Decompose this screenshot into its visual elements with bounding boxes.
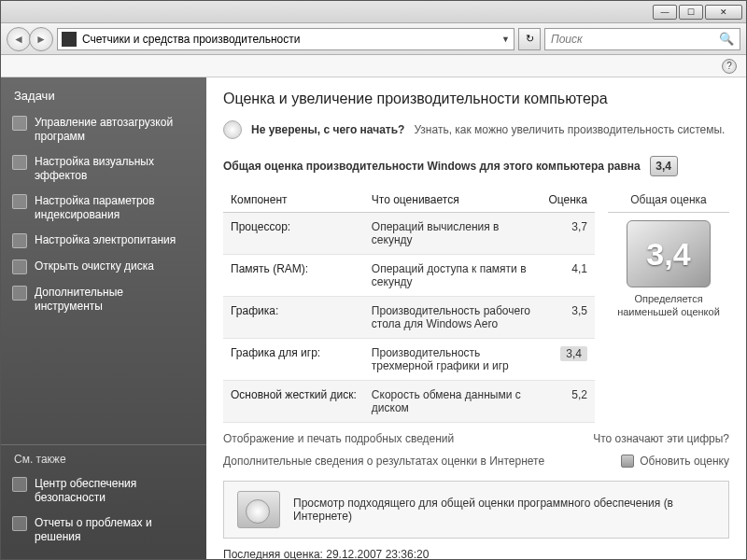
software-icon — [237, 491, 280, 528]
cell-desc: Производительность трехмерной графики и … — [364, 339, 542, 381]
gear-icon — [12, 116, 27, 131]
cell-desc: Скорость обмена данными с диском — [364, 381, 542, 423]
sidebar-item-label: Центр обеспечения безопасности — [35, 477, 193, 505]
base-score-column: Общая оценка 3,4 Определяется наименьшей… — [608, 188, 729, 423]
display-icon — [12, 155, 27, 170]
search-placeholder: Поиск — [551, 33, 583, 46]
links-row-2: Дополнительные сведения о результатах оц… — [223, 455, 729, 468]
sidebar-item-tools[interactable]: Дополнительные инструменты — [1, 280, 206, 319]
navbar: ◄ ► Счетчики и средства производительнос… — [1, 23, 746, 55]
table-row: Процессор:Операций вычисления в секунду3… — [223, 213, 595, 255]
sidebar-item-label: Управление автозагрузкой программ — [35, 116, 193, 144]
cell-desc: Операций вычисления в секунду — [364, 213, 542, 255]
sidebar-item-reports[interactable]: Отчеты о проблемах и решения — [1, 511, 206, 550]
cell-desc: Операций доступа к памяти в секунду — [364, 255, 542, 297]
score-table-wrap: Компонент Что оценивается Оценка Процесс… — [223, 188, 729, 423]
sidebar-item-startup[interactable]: Управление автозагрузкой программ — [1, 110, 206, 149]
back-button[interactable]: ◄ — [7, 27, 31, 51]
base-score-badge: 3,4 — [627, 220, 711, 287]
bulb-icon — [223, 120, 242, 139]
titlebar: — ☐ ✕ — [1, 1, 746, 23]
cell-component: Память (RAM): — [223, 255, 364, 297]
help-icon[interactable]: ? — [722, 59, 737, 74]
report-icon — [12, 516, 27, 531]
software-box[interactable]: Просмотр подходящего для общей оценки пр… — [223, 481, 729, 539]
cell-component: Графика: — [223, 297, 364, 339]
cell-score: 3,7 — [541, 213, 595, 255]
table-row: Графика:Производительность рабочего стол… — [223, 297, 595, 339]
links-row-1: Отображение и печать подробных сведений … — [223, 432, 729, 445]
table-row: Основной жесткий диск:Скорость обмена да… — [223, 381, 595, 423]
score-table: Компонент Что оценивается Оценка Процесс… — [223, 188, 595, 423]
col-base: Общая оценка — [608, 188, 729, 213]
cell-component: Процессор: — [223, 213, 364, 255]
overall-label: Общая оценка производительности Windows … — [223, 160, 641, 173]
address-text: Счетчики и средства производительности — [82, 33, 300, 46]
nav-arrows: ◄ ► — [7, 27, 53, 51]
hint-link[interactable]: Узнать, как можно увеличить производител… — [414, 123, 725, 136]
sidebar-item-label: Открыть очистку диска — [35, 259, 154, 273]
sidebar-item-cleanup[interactable]: Открыть очистку диска — [1, 254, 206, 280]
help-row: ? — [1, 55, 746, 77]
col-score: Оценка — [541, 188, 595, 213]
search-box[interactable]: Поиск 🔍 — [544, 28, 740, 50]
search-icon: 🔍 — [719, 32, 734, 46]
learn-more-link[interactable]: Дополнительные сведения о результатах оц… — [223, 455, 544, 468]
cell-component: Графика для игр: — [223, 339, 364, 381]
sidebar-item-visual[interactable]: Настройка визуальных эффектов — [1, 149, 206, 189]
what-link[interactable]: Что означают эти цифры? — [593, 432, 729, 445]
sidebar-seealso: См. также Центр обеспечения безопасности… — [1, 444, 206, 550]
minimize-button[interactable]: — — [653, 5, 677, 20]
col-component: Компонент — [223, 188, 364, 213]
refresh-button[interactable]: ↻ — [518, 28, 541, 50]
main-panel: Оценка и увеличение производительности к… — [206, 77, 746, 559]
disk-icon — [12, 259, 27, 274]
sidebar-item-label: Отчеты о проблемах и решения — [35, 516, 193, 544]
cell-score: 3,4 — [541, 339, 595, 381]
address-bar[interactable]: Счетчики и средства производительности ▼ — [57, 28, 514, 50]
sidebar-item-security[interactable]: Центр обеспечения безопасности — [1, 471, 206, 511]
index-icon — [12, 194, 27, 209]
address-dropdown-icon[interactable]: ▼ — [501, 35, 510, 44]
forward-button[interactable]: ► — [29, 27, 53, 51]
sidebar: Задачи Управление автозагрузкой программ… — [1, 77, 206, 559]
overall-line: Общая оценка производительности Windows … — [223, 156, 729, 176]
sidebar-tasks-header: Задачи — [1, 89, 206, 110]
sidebar-item-label: Настройка визуальных эффектов — [35, 155, 193, 183]
sidebar-item-indexing[interactable]: Настройка параметров индексирования — [1, 189, 206, 228]
power-icon — [12, 233, 27, 248]
base-score-caption: Определяется наименьшей оценкой — [608, 293, 729, 319]
last-assessment: Последняя оценка: 29.12.2007 23:36:20 — [223, 548, 729, 559]
software-text: Просмотр подходящего для общей оценки пр… — [293, 497, 715, 523]
shield-icon — [621, 455, 634, 468]
sidebar-item-label: Дополнительные инструменты — [35, 286, 193, 314]
table-row: Память (RAM):Операций доступа к памяти в… — [223, 255, 595, 297]
tools-icon — [12, 286, 27, 301]
shield-icon — [12, 477, 27, 492]
table-row: Графика для игр:Производительность трехм… — [223, 339, 595, 381]
overall-score-chip: 3,4 — [650, 156, 678, 176]
app-icon — [62, 32, 77, 47]
cell-score: 4,1 — [541, 255, 595, 297]
page-title: Оценка и увеличение производительности к… — [223, 91, 729, 107]
col-rated: Что оценивается — [364, 188, 542, 213]
cell-score: 5,2 — [541, 381, 595, 423]
refresh-score-link[interactable]: Обновить оценку — [621, 455, 729, 468]
detail-link[interactable]: Отображение и печать подробных сведений — [223, 432, 454, 445]
cell-score: 3,5 — [541, 297, 595, 339]
sidebar-item-label: Настройка электропитания — [35, 233, 176, 247]
sidebar-seealso-header: См. также — [1, 453, 206, 471]
refresh-label: Обновить оценку — [640, 455, 729, 468]
close-button[interactable]: ✕ — [705, 5, 742, 20]
cell-desc: Производительность рабочего стола для Wi… — [364, 297, 542, 339]
hint-row: Не уверены, с чего начать? Узнать, как м… — [223, 120, 729, 139]
cell-component: Основной жесткий диск: — [223, 381, 364, 423]
body: Задачи Управление автозагрузкой программ… — [1, 77, 746, 559]
window: — ☐ ✕ ◄ ► Счетчики и средства производит… — [0, 0, 747, 560]
hint-question: Не уверены, с чего начать? — [251, 123, 404, 136]
sidebar-item-label: Настройка параметров индексирования — [35, 194, 193, 222]
maximize-button[interactable]: ☐ — [679, 5, 703, 20]
sidebar-item-power[interactable]: Настройка электропитания — [1, 228, 206, 254]
